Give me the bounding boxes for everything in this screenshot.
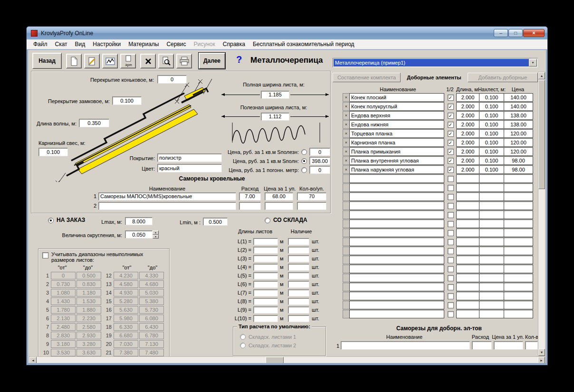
scroll-left-icon[interactable]: ◄ <box>29 357 37 363</box>
element-length-cell[interactable] <box>456 174 479 183</box>
element-price-cell[interactable] <box>504 247 533 255</box>
element-name-cell[interactable]: Планка внутренняя угловая <box>349 156 444 165</box>
element-price-cell[interactable]: 120.00 <box>504 129 533 138</box>
element-checkbox[interactable] <box>448 239 454 245</box>
element-name-cell[interactable] <box>349 256 444 264</box>
element-checkbox[interactable] <box>448 212 454 218</box>
eaves-overhang-input[interactable]: 0.100 <box>38 148 68 156</box>
element-price-cell[interactable] <box>504 265 533 273</box>
material-combobox[interactable]: Металлочерепица (пример1) ▼ <box>333 58 538 67</box>
element-price-cell[interactable] <box>504 292 533 300</box>
element-price-cell[interactable] <box>504 310 533 318</box>
row-header-button[interactable] <box>343 310 350 318</box>
element-overlap-cell[interactable] <box>479 238 504 246</box>
element-checkbox[interactable] <box>448 275 454 281</box>
length-input[interactable] <box>253 315 278 322</box>
price-input[interactable]: 0 <box>309 148 330 156</box>
element-price-cell[interactable] <box>504 238 533 246</box>
element-price-cell[interactable]: 140.00 <box>504 93 533 102</box>
element-overlap-cell[interactable]: 0.100 <box>479 93 504 102</box>
availability-input[interactable] <box>288 272 309 279</box>
menu-item[interactable]: Вид <box>71 40 89 48</box>
availability-input[interactable] <box>288 298 309 305</box>
element-length-cell[interactable] <box>456 265 479 273</box>
element-name-cell[interactable] <box>349 210 444 219</box>
element-checkbox[interactable]: ✓ <box>448 140 454 146</box>
element-checkbox[interactable]: ✓ <box>448 113 454 119</box>
element-name-cell[interactable]: Конек полукруглый <box>349 102 444 111</box>
element-name-cell[interactable] <box>349 238 444 246</box>
element-price-cell[interactable] <box>504 220 533 228</box>
element-name-cell[interactable] <box>349 301 444 309</box>
screws-name-input[interactable] <box>98 202 236 210</box>
ranges-checkbox[interactable]: ✓ <box>42 252 48 258</box>
element-overlap-cell[interactable] <box>479 301 504 309</box>
element-price-cell[interactable] <box>504 301 533 309</box>
element-length-cell[interactable]: 2.000 <box>456 147 479 156</box>
horizontal-scroll-thumb[interactable] <box>266 357 284 363</box>
useful-width-input[interactable]: 1.112 <box>261 113 289 121</box>
element-checkbox[interactable]: ✓ <box>448 131 454 137</box>
element-overlap-cell[interactable]: 0.100 <box>479 102 504 111</box>
length-input[interactable] <box>253 255 278 262</box>
element-overlap-cell[interactable]: 0.100 <box>479 120 504 129</box>
menu-item[interactable]: Рисунок <box>190 40 219 48</box>
close-button[interactable]: × <box>523 29 545 37</box>
element-name-cell[interactable] <box>349 192 444 201</box>
element-length-cell[interactable] <box>456 274 479 282</box>
element-overlap-cell[interactable]: 0.100 <box>479 156 504 165</box>
screws-qty-input[interactable] <box>297 202 326 210</box>
delete-button[interactable] <box>140 54 156 68</box>
element-name-cell[interactable]: Планка примыкания <box>349 147 444 156</box>
availability-input[interactable] <box>288 289 309 296</box>
element-overlap-cell[interactable] <box>479 256 504 264</box>
element-length-cell[interactable] <box>456 283 479 291</box>
spin-down-icon[interactable]: ▼ <box>153 235 159 239</box>
help-icon[interactable]: ? <box>236 54 242 65</box>
wave-length-input[interactable]: 0.350 <box>79 119 109 127</box>
element-checkbox[interactable]: ✓ <box>448 158 454 164</box>
row-header-button[interactable] <box>343 292 350 300</box>
accessory-screws-name-input[interactable] <box>341 341 470 350</box>
length-input[interactable] <box>253 306 278 314</box>
element-name-cell[interactable]: Ендова верхняя <box>349 111 444 120</box>
element-price-cell[interactable] <box>504 192 533 201</box>
element-overlap-cell[interactable] <box>479 183 504 192</box>
element-length-cell[interactable] <box>456 192 479 201</box>
element-price-cell[interactable] <box>504 174 533 183</box>
row-header-button[interactable]: × <box>343 111 350 120</box>
element-overlap-cell[interactable]: 0.100 <box>479 147 504 156</box>
row-header-button[interactable] <box>343 274 350 282</box>
rounding-input[interactable]: 0.050 <box>125 230 153 239</box>
element-length-cell[interactable]: 2.000 <box>456 156 479 165</box>
vertical-scrollbar[interactable]: ▲ ▼ <box>538 72 545 356</box>
availability-input[interactable] <box>288 238 309 245</box>
element-price-cell[interactable]: 98.00 <box>504 156 533 165</box>
element-length-cell[interactable] <box>456 292 479 300</box>
element-checkbox[interactable] <box>448 221 454 227</box>
row-header-button[interactable]: × <box>343 93 350 102</box>
element-overlap-cell[interactable]: 0.100 <box>479 129 504 138</box>
element-name-cell[interactable] <box>349 220 444 228</box>
price-radio[interactable] <box>301 167 307 173</box>
row-header-button[interactable] <box>343 283 350 291</box>
maximize-button[interactable]: □ <box>508 29 523 37</box>
element-length-cell[interactable]: 2.000 <box>456 93 479 102</box>
chart-button[interactable] <box>102 54 118 68</box>
menu-item[interactable]: Справка <box>219 40 249 48</box>
element-checkbox[interactable] <box>448 266 454 272</box>
next-button[interactable]: Далее <box>199 53 225 69</box>
element-length-cell[interactable]: 2.000 <box>456 111 479 120</box>
custom-order-radio[interactable] <box>48 218 54 223</box>
ridge-overlap-input[interactable]: 0 <box>157 75 187 84</box>
length-input[interactable] <box>253 281 278 288</box>
row-header-button[interactable]: × <box>343 138 350 147</box>
element-checkbox[interactable]: ✓ <box>448 167 454 173</box>
menu-item[interactable]: Сервис <box>163 40 190 48</box>
element-checkbox[interactable] <box>448 248 454 254</box>
element-name-cell[interactable] <box>349 292 444 300</box>
element-price-cell[interactable]: 140.00 <box>504 102 533 111</box>
row-header-button[interactable]: × <box>343 120 350 129</box>
element-length-cell[interactable] <box>456 310 479 318</box>
element-price-cell[interactable] <box>504 210 533 219</box>
